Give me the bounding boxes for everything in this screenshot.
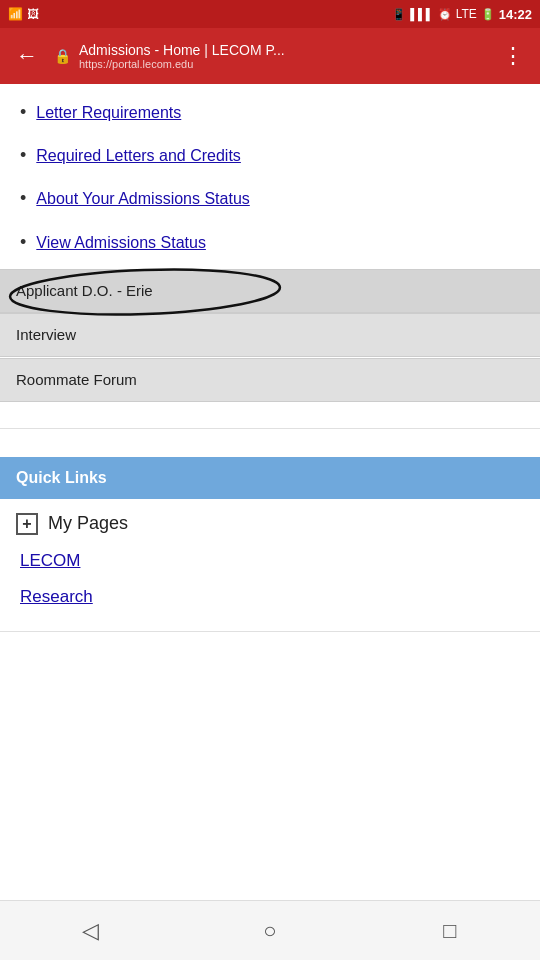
wifi-icon: 📶 bbox=[8, 7, 23, 21]
quick-links-header: Quick Links bbox=[0, 457, 540, 499]
interview-row[interactable]: Interview bbox=[0, 313, 540, 357]
list-item-about-admissions: • About Your Admissions Status bbox=[0, 178, 540, 221]
lecom-link[interactable]: LECOM bbox=[20, 551, 80, 570]
browser-back-button[interactable]: ← bbox=[8, 39, 46, 73]
nav-home-button[interactable]: ○ bbox=[240, 911, 300, 951]
roommate-forum-label: Roommate Forum bbox=[16, 371, 137, 388]
url-text: https://portal.lecom.edu bbox=[79, 58, 486, 70]
nav-recent-icon: □ bbox=[443, 918, 456, 944]
view-admissions-link[interactable]: View Admissions Status bbox=[36, 232, 206, 254]
bullet-view-admissions: • bbox=[20, 230, 26, 255]
lock-icon: 🔒 bbox=[54, 48, 71, 64]
research-link[interactable]: Research bbox=[20, 587, 93, 606]
my-pages-label: My Pages bbox=[48, 513, 128, 534]
bullet-letter-requirements: • bbox=[20, 100, 26, 125]
browser-menu-button[interactable]: ⋮ bbox=[494, 39, 532, 73]
battery-full-icon: 🔋 bbox=[481, 8, 495, 21]
status-bar: 📶 🖼 📱 ▌▌▌ ⏰ LTE 🔋 14:22 bbox=[0, 0, 540, 28]
interview-label: Interview bbox=[16, 326, 76, 343]
url-block: Admissions - Home | LECOM P... https://p… bbox=[79, 42, 486, 70]
applicant-do-erie-label: Applicant D.O. - Erie bbox=[16, 282, 153, 299]
divider-1 bbox=[0, 428, 540, 429]
alarm-icon: ⏰ bbox=[438, 8, 452, 21]
image-icon: 🖼 bbox=[27, 7, 39, 21]
applicant-do-erie-row[interactable]: Applicant D.O. - Erie bbox=[0, 269, 540, 313]
roommate-forum-row[interactable]: Roommate Forum bbox=[0, 358, 540, 402]
signal-bars: ▌▌▌ bbox=[410, 8, 433, 20]
page-content: • Letter Requirements • Required Letters… bbox=[0, 84, 540, 900]
bullet-required-letters: • bbox=[20, 143, 26, 168]
list-item-required-letters: • Required Letters and Credits bbox=[0, 135, 540, 178]
letter-requirements-link[interactable]: Letter Requirements bbox=[36, 102, 181, 124]
nav-bar: ◁ ○ □ bbox=[0, 900, 540, 960]
status-right-icons: 📱 ▌▌▌ ⏰ LTE 🔋 14:22 bbox=[392, 7, 532, 22]
quick-links-title: Quick Links bbox=[16, 469, 107, 486]
plus-icon: + bbox=[16, 513, 38, 535]
research-link-item: Research bbox=[0, 579, 540, 615]
battery-icon: 📱 bbox=[392, 8, 406, 21]
bottom-spacer bbox=[0, 644, 540, 744]
status-left-icons: 📶 🖼 bbox=[8, 7, 39, 21]
spacer-1 bbox=[0, 402, 540, 416]
browser-toolbar: ← 🔒 Admissions - Home | LECOM P... https… bbox=[0, 28, 540, 84]
network-type: LTE bbox=[456, 7, 477, 21]
about-admissions-link[interactable]: About Your Admissions Status bbox=[36, 188, 249, 210]
nav-back-button[interactable]: ◁ bbox=[60, 911, 120, 951]
lecom-link-item: LECOM bbox=[0, 543, 540, 579]
nav-home-icon: ○ bbox=[263, 918, 276, 944]
list-item-letter-requirements: • Letter Requirements bbox=[0, 92, 540, 135]
list-item-view-admissions: • View Admissions Status bbox=[0, 222, 540, 265]
bullet-about-admissions: • bbox=[20, 186, 26, 211]
nav-recent-button[interactable]: □ bbox=[420, 911, 480, 951]
page-title: Admissions - Home | LECOM P... bbox=[79, 42, 486, 58]
nav-list: • Letter Requirements • Required Letters… bbox=[0, 84, 540, 269]
status-time: 14:22 bbox=[499, 7, 532, 22]
spacer-2 bbox=[0, 441, 540, 445]
nav-back-icon: ◁ bbox=[82, 918, 99, 944]
my-pages-row: + My Pages bbox=[0, 499, 540, 543]
required-letters-link[interactable]: Required Letters and Credits bbox=[36, 145, 241, 167]
divider-2 bbox=[0, 631, 540, 632]
